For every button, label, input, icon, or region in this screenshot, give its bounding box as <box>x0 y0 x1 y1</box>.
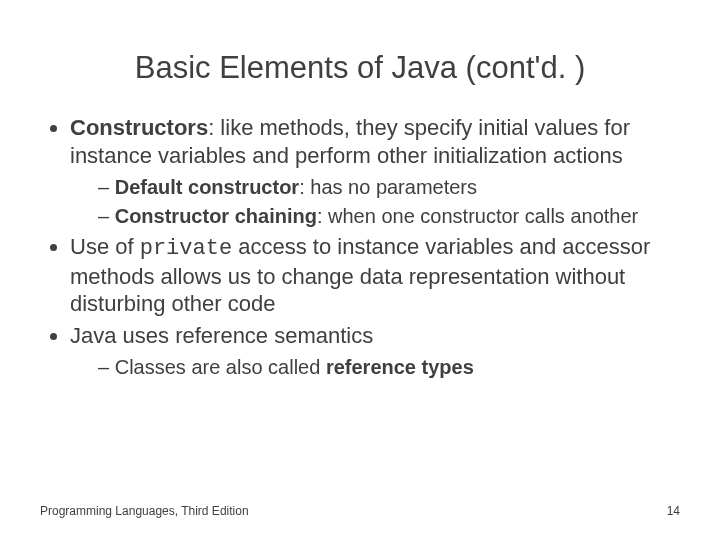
slide: Basic Elements of Java (cont'd. ) Constr… <box>0 0 720 540</box>
sub-reference-types: Classes are also called reference types <box>98 355 680 380</box>
sub-lead: Constructor chaining <box>115 205 317 227</box>
sub-lead: Default constructor <box>115 176 299 198</box>
sub-text-bold: reference types <box>326 356 474 378</box>
footer: Programming Languages, Third Edition 14 <box>40 504 680 518</box>
sub-text: : has no parameters <box>299 176 477 198</box>
bullet-text-pre: Use of <box>70 234 140 259</box>
bullet-reference-semantics: Java uses reference semantics Classes ar… <box>70 322 680 381</box>
sub-text: : when one constructor calls another <box>317 205 638 227</box>
bullet-private-access: Use of private access to instance variab… <box>70 233 680 318</box>
bullet-text: Java uses reference semantics <box>70 323 373 348</box>
bullet-lead: Constructors <box>70 115 208 140</box>
sub-text-pre: Classes are also called <box>115 356 326 378</box>
sub-default-constructor: Default constructor: has no parameters <box>98 175 680 200</box>
sub-constructor-chaining: Constructor chaining: when one construct… <box>98 204 680 229</box>
slide-title: Basic Elements of Java (cont'd. ) <box>40 50 680 86</box>
bullet-list: Constructors: like methods, they specify… <box>40 114 680 380</box>
sub-list: Default constructor: has no parameters C… <box>70 175 680 229</box>
sub-list: Classes are also called reference types <box>70 355 680 380</box>
footer-source: Programming Languages, Third Edition <box>40 504 249 518</box>
page-number: 14 <box>667 504 680 518</box>
code-private: private <box>140 236 232 261</box>
bullet-constructors: Constructors: like methods, they specify… <box>70 114 680 229</box>
